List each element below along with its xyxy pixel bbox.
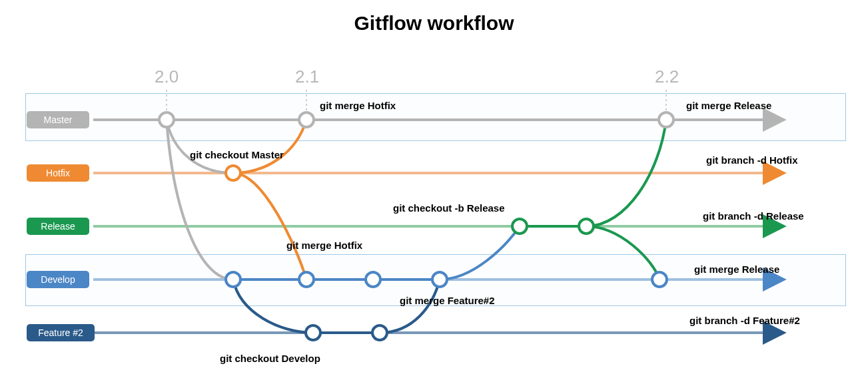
node-hotfix: [226, 166, 240, 180]
branch-pill-hotfix: Hotfix: [27, 164, 89, 182]
node-release-1: [512, 219, 527, 234]
node-develop-4: [432, 272, 447, 287]
node-master-v2: [299, 112, 314, 127]
node-feature-1: [306, 325, 320, 340]
version-1-label: 2.0: [155, 67, 179, 87]
node-develop-2: [299, 272, 314, 287]
note-checkout-develop: git checkout Develop: [220, 353, 320, 364]
note-checkout-master: git checkout Master: [190, 149, 284, 160]
edge-develop-to-release: [440, 226, 520, 280]
node-feature-2: [372, 325, 387, 340]
version-2-label: 2.1: [295, 67, 319, 87]
note-del-release: git branch -d Release: [703, 210, 804, 222]
note-merge-feature2: git merge Feature#2: [400, 295, 495, 306]
edge-hotfix-to-master: [233, 120, 306, 173]
note-del-feature2: git branch -d Feature#2: [689, 315, 800, 326]
note-merge-release-d: git merge Release: [694, 264, 779, 275]
node-release-2: [579, 219, 594, 234]
note-merge-hotfix-d: git merge Hotfix: [286, 240, 362, 251]
note-checkout-release: git checkout -b Release: [393, 202, 505, 214]
version-3-label: 2.2: [655, 67, 679, 87]
note-del-hotfix: git branch -d Hotfix: [706, 154, 798, 166]
edge-feature-to-develop: [380, 280, 440, 333]
edge-master-to-hotfix: [167, 120, 233, 173]
branch-pill-master: Master: [27, 111, 89, 128]
edge-release-to-develop: [586, 226, 659, 280]
node-develop-5: [652, 272, 667, 287]
node-master-v1: [159, 112, 174, 127]
node-develop-1: [226, 272, 240, 287]
node-master-v3: [659, 112, 673, 127]
branch-pill-release: Release: [27, 218, 89, 235]
edge-develop-to-feature: [233, 280, 313, 333]
branch-pill-develop: Develop: [27, 271, 89, 288]
note-merge-hotfix-m: git merge Hotfix: [320, 100, 396, 111]
note-merge-release-m: git merge Release: [686, 100, 771, 111]
branch-pill-feature2: Feature #2: [27, 324, 95, 341]
node-develop-3: [366, 272, 380, 287]
